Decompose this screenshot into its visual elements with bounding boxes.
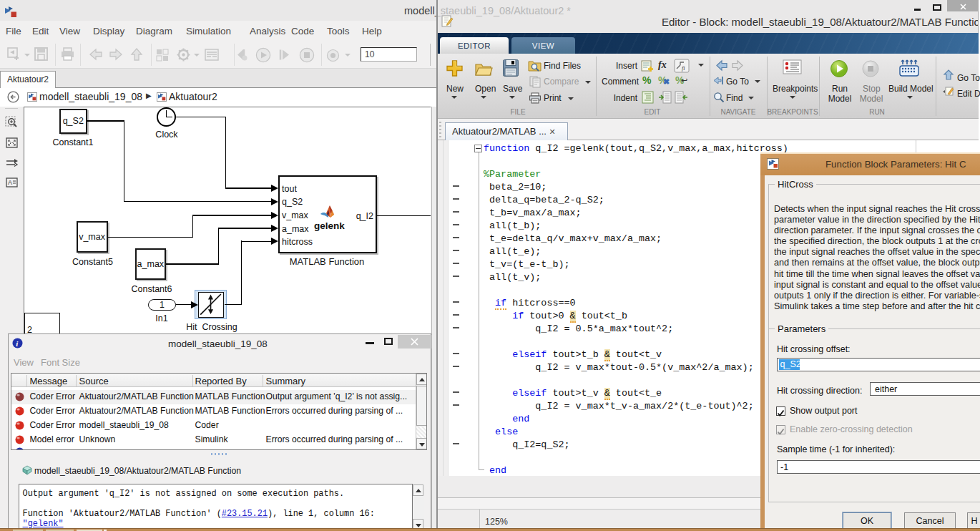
svg-text:A: A	[8, 179, 12, 186]
svg-text:fi: fi	[682, 65, 685, 72]
